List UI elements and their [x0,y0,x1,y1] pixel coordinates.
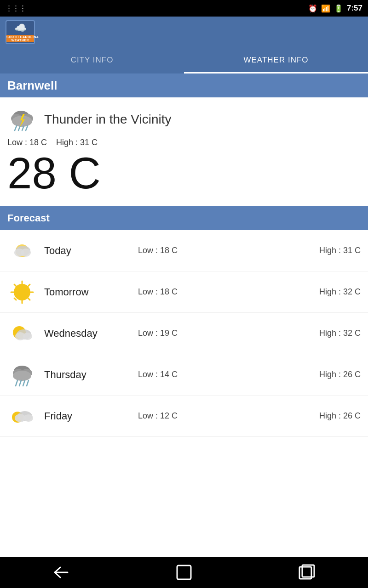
friday-weather-icon [7,401,37,431]
forecast-row-today: Today Low : 18 C High : 31 C [0,230,368,271]
forecast-title: Forecast [7,212,50,224]
tab-bar: CITY INFO WEATHER INFO [0,48,368,74]
forecast-high-wednesday: High : 32 C [287,328,361,338]
status-time: 7:57 [347,4,362,13]
thunder-icon [7,105,37,134]
forecast-row-friday: Friday Low : 12 C High : 26 C [0,396,368,437]
svg-line-30 [16,380,17,386]
forecast-high-tomorrow: High : 32 C [287,287,361,297]
svg-line-7 [26,126,28,130]
current-weather: Thunder in the Vicinity Low : 18 C High … [0,97,368,206]
svg-line-18 [14,284,16,286]
forecast-row-wednesday: Wednesday Low : 19 C High : 32 C [0,313,368,354]
thursday-weather-icon [7,360,37,390]
svg-line-33 [27,380,29,386]
wednesday-weather-icon [7,319,37,348]
forecast-row-thursday: Thursday Low : 14 C High : 26 C [0,354,368,396]
app-logo: ☁️ SOUTH CAROLINA WEATHER [6,20,35,44]
forecast-day-wednesday: Wednesday [37,328,138,339]
weather-condition-row: Thunder in the Vicinity [7,105,361,134]
tab-weather-info[interactable]: WEATHER INFO [184,48,368,74]
forecast-low-wednesday: Low : 19 C [138,328,287,338]
battery-icon: 🔋 [334,4,343,13]
current-temperature: 28 C [7,151,361,195]
svg-line-19 [28,298,30,300]
alarm-icon: ⏰ [308,4,317,13]
tab-city-info[interactable]: CITY INFO [0,48,184,74]
menu-icon: ⋮⋮⋮ [6,4,26,12]
city-header: Barnwell [0,74,368,97]
svg-point-12 [21,249,31,257]
app-bar: ☁️ SOUTH CAROLINA WEATHER [0,17,368,48]
wifi-icon: 📶 [321,4,330,13]
svg-line-21 [14,298,16,300]
city-name: Barnwell [7,79,57,93]
today-weather-icon [7,236,37,266]
svg-line-20 [28,284,30,286]
forecast-list: Today Low : 18 C High : 31 C Tomorrow Lo… [0,230,368,437]
svg-line-32 [23,380,25,386]
forecast-high-friday: High : 26 C [287,411,361,421]
svg-line-31 [19,380,21,386]
brand-strip: SOUTH CAROLINA WEATHER [6,35,34,42]
cloud-icon: ☁️ [14,22,27,34]
temp-range: Low : 18 C High : 31 C [7,138,361,147]
forecast-low-today: Low : 18 C [138,246,287,255]
tomorrow-weather-icon [7,277,37,307]
svg-point-25 [23,333,32,340]
svg-point-37 [24,414,33,422]
forecast-header: Forecast [0,206,368,230]
status-bar-left: ⋮⋮⋮ [6,4,26,12]
back-button[interactable] [47,559,75,586]
condition-text: Thunder in the Vicinity [44,112,172,127]
forecast-day-tomorrow: Tomorrow [37,286,138,298]
home-button[interactable] [170,559,198,586]
bottom-nav [0,557,368,588]
svg-line-4 [15,126,17,130]
recent-button[interactable] [293,559,321,586]
status-bar: ⋮⋮⋮ ⏰ 📶 🔋 7:57 [0,0,368,17]
forecast-day-friday: Friday [37,410,138,422]
forecast-high-today: High : 31 C [287,246,361,255]
forecast-day-today: Today [37,245,138,257]
status-bar-right: ⏰ 📶 🔋 7:57 [308,4,362,13]
forecast-row-tomorrow: Tomorrow Low : 18 C High : 32 C [0,271,368,313]
forecast-low-thursday: Low : 14 C [138,370,287,379]
forecast-low-tomorrow: Low : 18 C [138,287,287,297]
svg-rect-39 [177,565,191,579]
forecast-low-friday: Low : 12 C [138,411,287,421]
forecast-day-thursday: Thursday [37,369,138,381]
forecast-high-thursday: High : 26 C [287,370,361,379]
svg-point-29 [13,371,31,381]
